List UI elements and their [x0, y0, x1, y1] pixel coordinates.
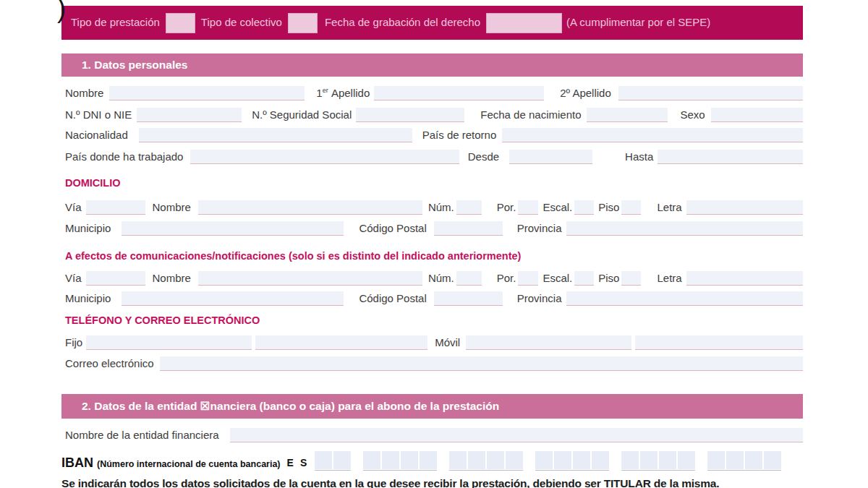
notif-num-input[interactable] — [456, 271, 482, 286]
notif-municipio-label: Municipio — [65, 292, 111, 306]
nacionalidad-label: Nacionalidad — [65, 129, 128, 142]
notif-provincia-input[interactable] — [566, 291, 803, 306]
iban-cell[interactable] — [621, 451, 639, 469]
notif-cp-input[interactable] — [434, 291, 503, 306]
nacionalidad-input[interactable] — [139, 128, 412, 142]
row-pais-trabajado: País donde ha trabajado Desde Hasta — [61, 150, 803, 164]
movil-input-1[interactable] — [466, 335, 631, 350]
movil-input-2[interactable] — [635, 335, 803, 350]
notif-piso-input[interactable] — [621, 271, 641, 286]
row-correo: Correo electrónico — [61, 356, 803, 371]
dom-via-input[interactable] — [86, 200, 145, 215]
iban-cell[interactable] — [535, 451, 553, 469]
nss-label: N.º Seguridad Social — [252, 108, 352, 122]
iban-cell[interactable] — [726, 451, 744, 469]
dom-letra-label: Letra — [657, 201, 681, 215]
iban-cell[interactable] — [592, 451, 609, 469]
iban-cell[interactable] — [449, 451, 467, 469]
iban-cell[interactable] — [659, 451, 676, 469]
fecha-nacimiento-input[interactable] — [587, 108, 668, 122]
section-2-title: 2. Datos de la entidad ☒nanciera (banco … — [82, 400, 499, 413]
iban-cell[interactable] — [420, 451, 437, 469]
dom-escal-label: Escal. — [542, 201, 572, 215]
notificaciones-heading: A efectos de comunicaciones/notificacion… — [65, 250, 803, 262]
row-notif-via: Vía Nombre Núm. Por. Escal. Piso Letra — [61, 271, 803, 286]
domicilio-heading: DOMICILIO — [65, 177, 803, 189]
entidad-input[interactable] — [230, 428, 803, 442]
iban-country-code: ES — [287, 457, 314, 471]
pais-retorno-input[interactable] — [502, 128, 803, 142]
iban-cell[interactable] — [554, 451, 571, 469]
nss-input[interactable] — [356, 108, 464, 122]
dom-por-input[interactable] — [518, 200, 538, 215]
section-2-header: 2. Datos de la entidad ☒nanciera (banco … — [61, 394, 803, 419]
iban-cell[interactable] — [678, 451, 695, 469]
titular-note: Se indicarán todos los datos solicitados… — [61, 477, 803, 488]
sepe-note: (A cumplimentar por el SEPE) — [566, 16, 710, 30]
dom-num-input[interactable] — [456, 200, 482, 215]
dom-provincia-input[interactable] — [566, 221, 803, 236]
correo-input[interactable] — [160, 356, 803, 371]
dom-letra-input[interactable] — [686, 200, 803, 215]
nombre-input[interactable] — [109, 86, 305, 100]
iban-group-check — [315, 451, 351, 471]
iban-cell[interactable] — [487, 451, 504, 469]
tipo-colectivo-box[interactable] — [288, 13, 318, 33]
row-nacionalidad-retorno: Nacionalidad País de retorno — [61, 128, 803, 142]
notif-via-input[interactable] — [86, 271, 145, 286]
iban-cell[interactable] — [401, 451, 418, 469]
apellido1-input[interactable] — [374, 86, 544, 100]
row-iban: IBAN (Número internacional de cuenta ban… — [61, 451, 803, 471]
dom-num-label: Núm. — [428, 201, 454, 215]
dni-input[interactable] — [137, 108, 242, 122]
iban-cell[interactable] — [764, 451, 781, 469]
fijo-input-2[interactable] — [255, 335, 427, 350]
tipo-prestacion-box[interactable] — [166, 13, 195, 33]
notif-letra-input[interactable] — [686, 271, 803, 286]
desde-input[interactable] — [509, 150, 592, 164]
iban-group-4 — [621, 451, 695, 471]
dom-nombre-input[interactable] — [198, 200, 422, 215]
dom-piso-input[interactable] — [621, 200, 641, 215]
telefono-heading: TELÉFONO Y CORREO ELECTRÓNICO — [65, 314, 803, 326]
entidad-label: Nombre de la entidad financiera — [65, 429, 219, 442]
sepe-header-bar: Tipo de prestación Tipo de colectivo Fec… — [61, 6, 803, 40]
fijo-input-1[interactable] — [86, 335, 252, 350]
dom-escal-input[interactable] — [574, 200, 594, 215]
notif-por-input[interactable] — [518, 271, 538, 286]
iban-cell[interactable] — [745, 451, 762, 469]
notif-escal-label: Escal. — [542, 272, 572, 286]
dom-municipio-input[interactable] — [122, 221, 344, 236]
notif-municipio-input[interactable] — [122, 291, 344, 306]
apellido2-input[interactable] — [618, 86, 803, 100]
fecha-grabacion-box[interactable] — [486, 13, 562, 33]
iban-cell[interactable] — [363, 451, 380, 469]
dom-provincia-label: Provincia — [517, 222, 562, 236]
correo-label: Correo electrónico — [65, 357, 154, 371]
pais-trabajado-input[interactable] — [190, 150, 459, 164]
iban-cell[interactable] — [382, 451, 399, 469]
hasta-input[interactable] — [658, 150, 803, 164]
iban-cell[interactable] — [333, 451, 351, 469]
sexo-input[interactable] — [711, 108, 803, 122]
iban-cell[interactable] — [468, 451, 485, 469]
section-1-title: 1. Datos personales — [82, 59, 187, 72]
tipo-colectivo-label: Tipo de colectivo — [201, 16, 282, 30]
dni-label: N.º DNI o NIE — [65, 108, 132, 122]
iban-group-2 — [449, 451, 523, 471]
notif-provincia-label: Provincia — [517, 292, 562, 306]
iban-cell[interactable] — [707, 451, 725, 469]
notif-escal-input[interactable] — [574, 271, 594, 286]
iban-cell[interactable] — [640, 451, 658, 469]
iban-label: IBAN — [61, 455, 93, 471]
notif-nombre-input[interactable] — [198, 271, 422, 286]
nombre-label: Nombre — [65, 87, 103, 100]
row-telefonos: Fijo Móvil — [61, 335, 803, 350]
fecha-grabacion-label: Fecha de grabación del derecho — [325, 16, 480, 30]
iban-cell[interactable] — [573, 451, 590, 469]
fijo-label: Fijo — [65, 336, 82, 350]
dom-cp-input[interactable] — [434, 221, 503, 236]
iban-cell[interactable] — [315, 451, 332, 469]
iban-cell[interactable] — [506, 451, 523, 469]
desde-label: Desde — [468, 150, 499, 164]
